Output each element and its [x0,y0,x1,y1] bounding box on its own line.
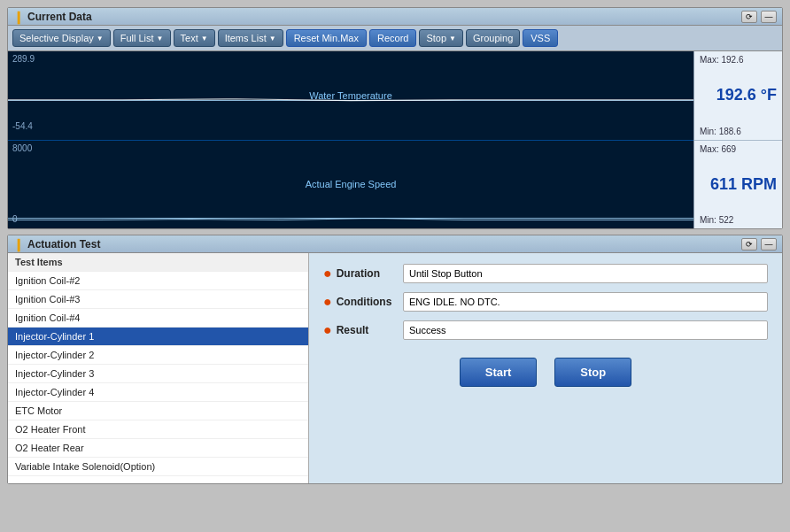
retry-button[interactable]: ⟳ [741,11,757,23]
water-temp-min: Min: 188.6 [700,127,777,136]
result-input[interactable] [403,320,768,340]
actuation-retry-icon: ⟳ [746,240,753,249]
water-temp-svg [8,51,693,140]
engine-speed-min: Min: 522 [700,215,777,225]
text-button[interactable]: Text ▼ [174,29,215,47]
test-list[interactable]: Test ItemsIgnition Coil-#2Ignition Coil-… [8,253,308,483]
actuation-body: Test ItemsIgnition Coil-#2Ignition Coil-… [8,253,782,483]
list-item[interactable]: Injector-Cylinder 2 [8,346,308,365]
stop-button[interactable]: Stop [554,358,631,387]
stop-dropdown-button[interactable]: Stop ▼ [419,29,463,47]
list-item[interactable]: Ignition Coil-#2 [8,272,308,290]
list-item[interactable]: Variable Intake Solenoid(Option) [8,458,308,476]
reset-minmax-label: Reset Min.Max [294,33,359,43]
actuation-minimize-button[interactable]: — [761,238,777,251]
test-list-container: Test ItemsIgnition Coil-#2Ignition Coil-… [8,253,309,483]
list-item[interactable]: Injector-Cylinder 4 [8,383,308,402]
panel-controls: ⟳ — [741,11,777,23]
engine-speed-stats: Max: 669 611 RPM Min: 522 [694,141,782,229]
current-data-header: ❙ Current Data ⟳ — [8,8,782,26]
list-item[interactable]: Injector-Cylinder 3 [8,365,308,383]
text-arrow: ▼ [201,35,208,42]
test-config: ● Duration ● Conditions ● Result [309,253,782,483]
water-temp-stats: Max: 192.6 192.6 °F Min: 188.6 [694,51,782,141]
water-temp-max-label: Max: [700,55,719,65]
duration-row: ● Duration [323,264,768,283]
full-list-arrow: ▼ [157,35,164,42]
current-data-panel: ❙ Current Data ⟳ — Selective Display ▼ F… [7,7,783,229]
items-list-arrow: ▼ [269,35,276,42]
charts-right: Max: 192.6 192.6 °F Min: 188.6 Max: 669 [693,51,782,228]
engine-speed-max-label: Max: [700,144,719,154]
list-item[interactable]: Ignition Coil-#3 [8,290,308,309]
list-item[interactable]: O2 Heater Rear [8,439,308,458]
engine-speed-min-label: Min: [700,215,716,225]
main-container: ❙ Current Data ⟳ — Selective Display ▼ F… [0,0,790,491]
vss-label: VSS [531,33,550,43]
vss-button[interactable]: VSS [523,29,558,47]
current-data-title-text: Current Data [27,11,92,23]
grouping-button[interactable]: Grouping [466,29,520,47]
selective-display-label: Selective Display [19,33,94,43]
engine-speed-max: Max: 669 [700,144,777,154]
stop-label: Stop [426,33,446,43]
start-button[interactable]: Start [460,358,538,387]
list-item[interactable]: Ignition Coil-#4 [8,309,308,328]
record-button[interactable]: Record [369,29,416,47]
conditions-row: ● Conditions [323,292,768,312]
record-label: Record [377,33,408,43]
actuation-retry-button[interactable]: ⟳ [741,238,757,251]
list-item[interactable]: ETC Motor [8,402,308,420]
minimize-button[interactable]: — [761,11,777,23]
current-data-title: ❙ Current Data [13,10,92,24]
water-temp-max: Max: 192.6 [700,55,777,65]
duration-label-text: Duration [337,267,380,280]
engine-speed-display: 611 RPM [700,175,777,194]
action-buttons: Start Stop [323,358,768,387]
retry-icon: ⟳ [746,12,753,21]
water-temp-display: 192.6 °F [700,86,777,104]
grouping-label: Grouping [473,33,513,43]
duration-label: ● Duration [323,266,394,281]
list-item: Test Items [8,253,308,272]
list-item[interactable]: Injector-Cylinder 1 [8,328,308,346]
items-list-button[interactable]: Items List ▼ [218,29,283,47]
duration-input[interactable] [403,264,768,283]
result-label-text: Result [337,324,369,336]
actuation-minimize-icon: — [765,240,773,249]
result-row: ● Result [323,320,768,340]
water-temp-chart: 289.9 Water Temperature -54.4 [8,51,693,141]
actuation-test-header: ❙ Actuation Test ⟳ — [8,235,782,253]
engine-speed-min-value: 522 [719,215,734,225]
selective-display-button[interactable]: Selective Display ▼ [12,29,111,47]
water-temp-min-value: 188.6 [719,127,741,136]
minimize-icon: — [765,12,773,21]
actuation-test-title: ❙ Actuation Test [13,237,100,251]
charts-left: 289.9 Water Temperature -54.4 8000 Actua… [8,51,693,228]
conditions-input[interactable] [403,292,768,312]
engine-speed-svg [8,141,693,229]
items-list-label: Items List [225,33,267,43]
text-label: Text [181,33,198,43]
actuation-test-title-text: Actuation Test [27,238,100,251]
conditions-dot: ● [323,295,332,309]
title-icon: ❙ [13,10,24,24]
actuation-test-panel: ❙ Actuation Test ⟳ — Test ItemsIgnition … [7,235,783,484]
full-list-label: Full List [120,33,154,43]
reset-minmax-button[interactable]: Reset Min.Max [286,29,367,47]
result-dot: ● [323,323,332,337]
selective-display-arrow: ▼ [97,35,104,42]
charts-area: 289.9 Water Temperature -54.4 8000 Actua… [8,51,782,228]
water-temp-min-label: Min: [700,127,716,136]
result-label: ● Result [323,323,394,337]
conditions-label: ● Conditions [323,295,394,309]
duration-dot: ● [323,266,332,281]
engine-speed-chart: 8000 Actual Engine Speed 0 [8,141,693,229]
list-item[interactable]: O2 Heater Front [8,420,308,439]
water-temp-max-value: 192.6 [721,55,743,65]
engine-speed-max-value: 669 [721,144,736,154]
full-list-button[interactable]: Full List ▼ [113,29,171,47]
conditions-label-text: Conditions [337,296,392,308]
current-data-toolbar: Selective Display ▼ Full List ▼ Text ▼ I… [8,26,782,51]
actuation-panel-controls: ⟳ — [741,238,777,251]
